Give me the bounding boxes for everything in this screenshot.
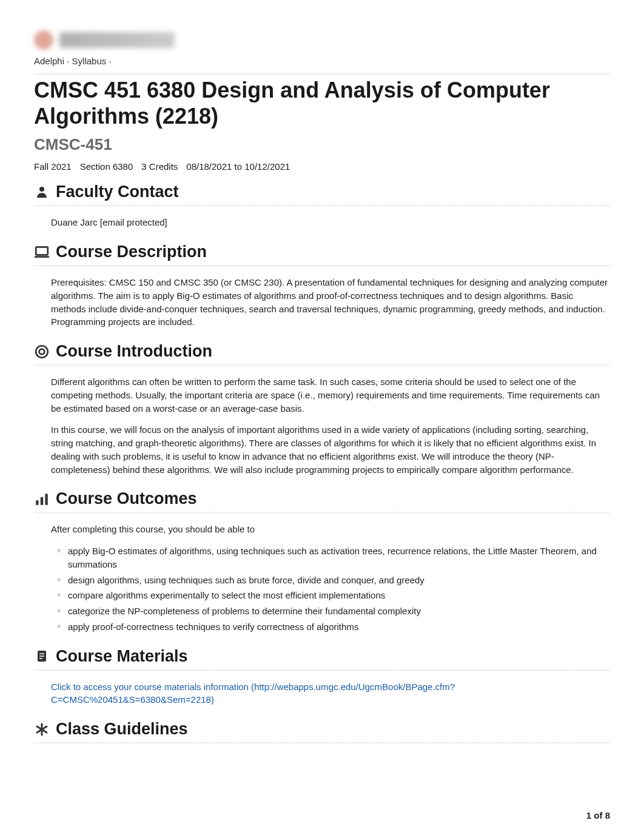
section-title: Course Introduction: [56, 342, 212, 361]
svg-point-4: [39, 349, 45, 354]
asterisk-icon: [34, 722, 50, 737]
svg-rect-7: [45, 494, 47, 505]
outcomes-body: After completing this course, you should…: [34, 523, 610, 633]
section-header-guidelines: Class Guidelines: [34, 720, 610, 739]
laptop-icon: [34, 244, 50, 260]
section-title: Class Guidelines: [56, 720, 188, 739]
svg-rect-5: [36, 500, 38, 505]
section-header-faculty: Faculty Contact: [34, 183, 610, 201]
faculty-text: Duane Jarc [email protected]: [51, 217, 167, 227]
divider: [34, 669, 610, 671]
target-icon: [34, 344, 50, 360]
section-header-introduction: Course Introduction: [34, 342, 610, 361]
description-text: Prerequisites: CMSC 150 and CMSC 350 (or…: [51, 276, 610, 329]
outcomes-intro: After completing this course, you should…: [51, 523, 610, 536]
svg-rect-6: [41, 497, 43, 505]
introduction-body: Different algorithms can often be writte…: [34, 375, 610, 476]
svg-rect-1: [36, 247, 48, 255]
course-title: CMSC 451 6380 Design and Analysis of Com…: [34, 77, 610, 129]
institution-logo: [34, 30, 610, 50]
course-code: CMSC-451: [34, 135, 610, 154]
section-title: Course Materials: [56, 647, 188, 666]
course-meta: Fall 2021 Section 6380 3 Credits 08/18/2…: [34, 161, 610, 172]
divider: [34, 205, 610, 206]
breadcrumb: Adelphi · Syllabus ·: [34, 56, 610, 66]
divider: [34, 73, 610, 75]
section-header-outcomes: Course Outcomes: [34, 489, 610, 508]
section: Section 6380: [80, 161, 133, 172]
description-body: Prerequisites: CMSC 150 and CMSC 350 (or…: [34, 276, 610, 329]
person-icon: [34, 184, 50, 200]
list-item: apply proof-of-correctness techniques to…: [68, 620, 610, 634]
divider: [34, 364, 610, 366]
list-item: apply Big-O estimates of algorithms, usi…: [68, 545, 610, 571]
breadcrumb-adelphi: Adelphi: [34, 56, 64, 66]
divider: [34, 742, 610, 743]
bar-chart-icon: [34, 491, 50, 507]
intro-p2: In this course, we will focus on the ana…: [51, 423, 610, 476]
divider: [34, 512, 610, 513]
faculty-body: Duane Jarc [email protected]: [34, 216, 610, 229]
outcomes-list: apply Big-O estimates of algorithms, usi…: [51, 545, 610, 634]
materials-link[interactable]: Click to access your course materials in…: [51, 682, 455, 705]
term: Fall 2021: [34, 161, 72, 172]
section-header-description: Course Description: [34, 243, 610, 261]
svg-point-3: [36, 346, 48, 358]
section-title: Course Outcomes: [56, 489, 197, 508]
list-item: categorize the NP-completeness of proble…: [68, 605, 610, 618]
list-item: compare algorithms experimentally to sel…: [68, 589, 610, 602]
divider: [34, 265, 610, 266]
materials-body: Click to access your course materials in…: [34, 680, 610, 707]
section-title: Faculty Contact: [56, 183, 179, 201]
svg-point-0: [39, 187, 44, 192]
intro-p1: Different algorithms can often be writte…: [51, 375, 610, 415]
section-header-materials: Course Materials: [34, 647, 610, 666]
dates: 08/18/2021 to 10/12/2021: [186, 161, 290, 172]
list-item: design algorithms, using techniques such…: [68, 574, 610, 587]
document-icon: [34, 648, 50, 664]
section-title: Course Description: [56, 243, 207, 261]
page-number: 1 of 8: [586, 810, 610, 820]
breadcrumb-syllabus: Syllabus: [72, 56, 107, 66]
credits: 3 Credits: [141, 161, 178, 172]
